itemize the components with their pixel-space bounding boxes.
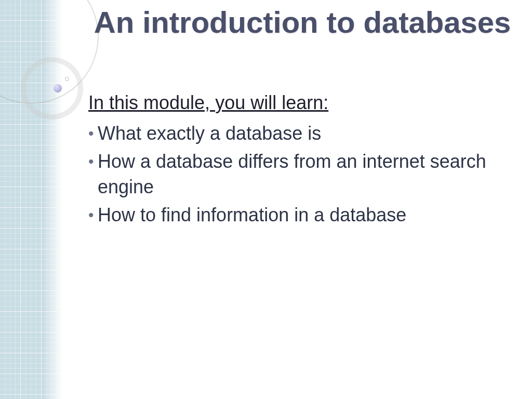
decorative-circle-medium [21, 57, 83, 119]
slide-title: An introduction to databases [88, 5, 516, 61]
decorative-circle-tiny [65, 77, 69, 81]
bullet-list: What exactly a database is How a databas… [88, 121, 516, 228]
slide-subheading: In this module, you will learn: [88, 92, 516, 114]
bullet-item: How a database differs from an internet … [88, 149, 516, 200]
bullet-item: What exactly a database is [88, 121, 516, 147]
slide-content: An introduction to databases In this mod… [88, 5, 516, 389]
bullet-item: How to find information in a database [88, 203, 516, 228]
decorative-bead-icon [54, 84, 62, 92]
